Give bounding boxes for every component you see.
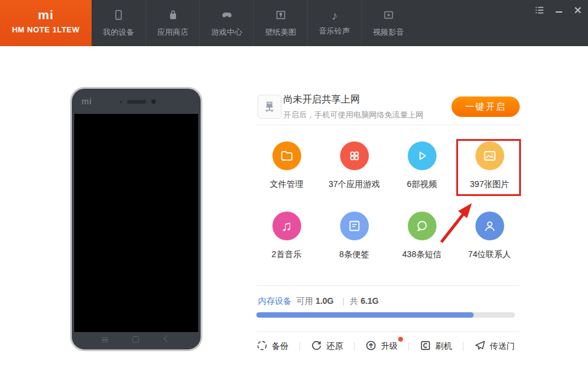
tab-music[interactable]: ♪ 音乐铃声 [307,0,361,46]
tab-label: 音乐铃声 [319,26,350,37]
play-icon [408,141,437,170]
storage-progress-bar [256,312,515,318]
grid-row-2: ♫ 2首音乐 8条便签 438条短信 74位联系人 [253,212,523,260]
highlight-box [456,139,521,196]
contact-icon [475,212,504,240]
grid-item-label: 文件管理 [253,179,320,190]
sms-item[interactable]: 438条短信 [388,212,456,260]
music-icon: ♫ [272,212,301,240]
tab-app-store[interactable]: 应用商店 [146,0,199,46]
videos-item[interactable]: 6部视频 [388,141,456,190]
bottom-toolbar: 备份 还原 升级 刷机 传送门 [256,337,515,355]
grid-item-label: 8条便签 [320,249,388,260]
video-play-icon [383,9,395,23]
divider [256,125,520,125]
phone-speaker [127,100,146,104]
portal-button[interactable]: 传送门 [474,340,515,354]
update-badge-dot [398,337,403,342]
share-internet-section: 尚未开启共享上网 开启后，手机可使用电脑网络免流量上网 一键开启 [257,93,520,120]
toolbar-separator [463,342,463,351]
backup-button[interactable]: 备份 [256,340,289,354]
menu-list-icon[interactable] [534,5,545,16]
storage-available-label: 可用 [296,296,313,307]
phone-back-key-icon [163,335,170,342]
music-item[interactable]: ♫ 2首音乐 [253,212,320,260]
tab-label: 游戏中心 [211,27,243,38]
smartphone-icon [113,9,125,23]
storage-device-label: 内存设备 [258,296,292,307]
upgrade-icon [365,340,377,354]
tool-label: 备份 [272,341,289,352]
grid-item-label: 37个应用游戏 [320,179,388,190]
share-texts: 尚未开启共享上网 开启后，手机可使用电脑网络免流量上网 [283,93,423,120]
storage-info: 内存设备 可用 1.0G 共 6.1G [258,296,379,307]
brand-block: mi HM NOTE 1LTEW [0,0,92,46]
close-icon[interactable] [572,5,583,16]
divider [256,285,520,286]
storage-total-label: 共 [350,296,358,307]
nav-tabs: 我的设备 应用商店 游戏中心 壁纸美图 ♪ [92,0,415,46]
phone-bezel-logo: mi [81,96,92,106]
tool-label: 升级 [381,341,398,352]
shopping-bag-icon [167,9,179,23]
tab-wallpapers[interactable]: 壁纸美图 [253,0,307,46]
gamepad-icon [221,9,233,23]
upgrade-button[interactable]: 升级 [365,340,398,354]
tab-video[interactable]: 视频影音 [361,0,415,46]
notes-item[interactable]: 8条便签 [320,212,388,260]
one-click-enable-button[interactable]: 一键开启 [451,96,520,117]
window-controls [534,5,583,16]
storage-total-value: 6.1G [360,296,378,306]
backup-icon [256,340,268,354]
phone-screen [74,114,198,332]
tab-my-device[interactable]: 我的设备 [92,0,146,46]
share-title: 尚未开启共享上网 [283,93,423,106]
toolbar-separator [354,342,354,351]
music-note-icon: ♪ [332,10,338,22]
mi-pc-suite-window: mi HM NOTE 1LTEW 我的设备 应用商店 游戏中心 [0,0,588,365]
minimize-icon[interactable] [553,5,564,16]
phone-menu-key-icon [102,337,108,342]
tab-label: 应用商店 [157,27,189,38]
tab-label: 视频影音 [373,27,404,38]
phone-home-key-icon [132,336,139,343]
chat-icon [408,212,437,240]
storage-separator [343,298,344,306]
tab-label: 壁纸美图 [265,27,296,38]
contacts-item[interactable]: 74位联系人 [456,212,523,260]
flash-rom-button[interactable]: 刷机 [420,340,452,354]
music-glyph: ♫ [281,219,292,233]
titlebar: mi HM NOTE 1LTEW 我的设备 应用商店 游戏中心 [0,0,588,46]
usb-plug-icon [257,95,281,119]
grid-item-label: 2首音乐 [253,249,320,260]
storage-progress-fill [256,312,474,318]
tool-label: 传送门 [490,341,515,352]
tool-label: 还原 [326,341,343,352]
phone-camera [151,99,156,104]
file-manager-item[interactable]: 文件管理 [253,141,320,190]
tool-label: 刷机 [435,341,452,352]
grid-item-label: 74位联系人 [456,249,523,260]
toolbar-separator [408,342,409,351]
phone-illustration: mi [70,87,202,351]
grid-item-label: 438条短信 [388,249,456,260]
apps-icon [340,141,369,170]
send-plane-icon [474,340,486,354]
tab-label: 我的设备 [103,27,134,38]
phone-sensor-dot [120,101,122,103]
share-subtitle: 开启后，手机可使用电脑网络免流量上网 [283,110,423,120]
folder-icon [272,141,301,170]
mi-logo: mi [0,8,92,22]
phone-nav-keys [72,335,201,346]
restore-button[interactable]: 还原 [311,340,343,354]
grid-item-label: 6部视频 [388,179,456,190]
apps-games-item[interactable]: 37个应用游戏 [320,141,388,190]
storage-available-value: 1.0G [316,296,334,306]
wallpaper-icon [275,9,287,23]
note-icon [340,212,369,240]
divider [256,331,520,332]
restore-icon [311,340,322,354]
tab-game-center[interactable]: 游戏中心 [199,0,253,46]
device-name: HM NOTE 1LTEW [0,25,92,34]
flash-rom-icon [420,340,431,354]
